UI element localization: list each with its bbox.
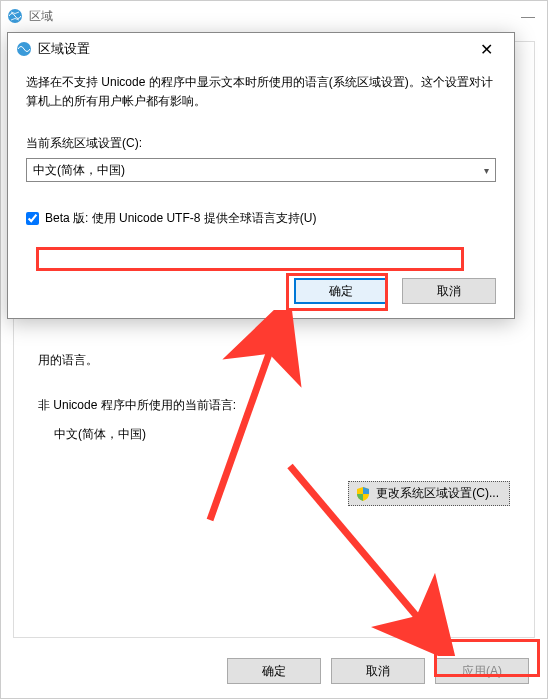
minimize-icon[interactable]: — (515, 8, 541, 24)
dialog-title: 区域设置 (38, 40, 90, 58)
beta-utf8-row[interactable]: Beta 版: 使用 Unicode UTF-8 提供全球语言支持(U) (26, 210, 496, 227)
change-locale-button[interactable]: 更改系统区域设置(C)... (348, 481, 510, 506)
dialog-footer: 确定 取消 (294, 278, 496, 304)
current-locale-value: 中文(简体，中国) (54, 426, 518, 443)
region-apply-button[interactable]: 应用(A) (435, 658, 529, 684)
locale-settings-dialog: 区域设置 ✕ 选择在不支持 Unicode 的程序中显示文本时所使用的语言(系统… (7, 32, 515, 319)
beta-utf8-label: Beta 版: 使用 Unicode UTF-8 提供全球语言支持(U) (45, 210, 316, 227)
region-title: 区域 (29, 8, 53, 25)
beta-utf8-checkbox[interactable] (26, 212, 39, 225)
locale-dropdown-value: 中文(简体，中国) (33, 162, 484, 179)
region-cancel-button[interactable]: 取消 (331, 658, 425, 684)
uac-shield-icon (355, 486, 371, 502)
dialog-titlebar: 区域设置 ✕ (8, 33, 514, 65)
globe-icon (7, 8, 23, 24)
dialog-ok-button[interactable]: 确定 (294, 278, 388, 304)
chevron-down-icon: ▾ (484, 165, 489, 176)
lang-fragment: 用的语言。 (38, 352, 518, 369)
dialog-description: 选择在不支持 Unicode 的程序中显示文本时所使用的语言(系统区域设置)。这… (26, 73, 496, 111)
region-footer: 确定 取消 应用(A) (227, 658, 529, 684)
globe-icon (16, 41, 32, 57)
non-unicode-label: 非 Unicode 程序中所使用的当前语言: (38, 397, 518, 414)
close-icon[interactable]: ✕ (466, 40, 506, 59)
locale-label: 当前系统区域设置(C): (26, 135, 496, 152)
change-locale-label: 更改系统区域设置(C)... (376, 485, 499, 502)
region-titlebar: 区域 — (1, 1, 547, 31)
dialog-body: 选择在不支持 Unicode 的程序中显示文本时所使用的语言(系统区域设置)。这… (8, 65, 514, 241)
dialog-cancel-button[interactable]: 取消 (402, 278, 496, 304)
region-ok-button[interactable]: 确定 (227, 658, 321, 684)
admin-tab-content: 用的语言。 非 Unicode 程序中所使用的当前语言: 中文(简体，中国) 更… (30, 352, 518, 506)
locale-dropdown[interactable]: 中文(简体，中国) ▾ (26, 158, 496, 182)
